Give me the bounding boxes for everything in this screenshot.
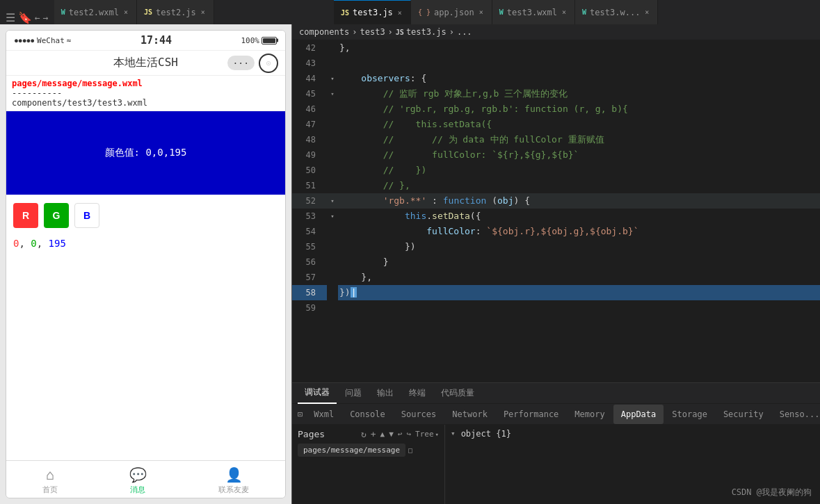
arrow-up-icon[interactable]: ▲ xyxy=(380,430,385,439)
pages-panel: Pages ↻ + ▲ ▼ ↩ ↪ Tree ▾ xyxy=(292,425,445,504)
tree-dropdown-icon[interactable]: ▾ xyxy=(435,431,439,438)
tab-storage[interactable]: Storage xyxy=(664,405,715,424)
tab-terminal[interactable]: 终端 xyxy=(402,383,433,404)
tab-appdata[interactable]: AppData xyxy=(613,405,664,424)
object-value: object {1} xyxy=(461,429,511,439)
nav-contacts[interactable]: 👤 联系友麦 xyxy=(218,466,249,495)
refresh-icon[interactable]: ↻ xyxy=(361,429,367,439)
tab-sources[interactable]: Sources xyxy=(394,405,444,424)
tab-problems[interactable]: 问题 xyxy=(338,383,369,404)
r-button[interactable]: R xyxy=(13,203,38,228)
code-line-54: 54 fullColor: `${obj.r},${obj.g},${obj.b… xyxy=(292,224,820,239)
phone-panel: ●●●●● WeChat ≈ 17:44 100% 本 xyxy=(0,24,292,504)
tab-test3-wxml[interactable]: W test3.wxml × xyxy=(492,0,575,24)
close-tab-icon[interactable]: × xyxy=(643,8,650,17)
pages-label: Pages xyxy=(298,429,325,439)
rgb-values-display: 0, 0, 195 xyxy=(6,236,285,254)
page-path-area: pages/message/message.wxml ---------- co… xyxy=(6,76,285,111)
page-path-red: pages/message/message.wxml xyxy=(12,79,280,88)
phone-title-bar: 本地生活CSH ··· ⊙ xyxy=(6,51,285,76)
close-tab-icon[interactable]: × xyxy=(561,8,568,17)
tab-output[interactable]: 输出 xyxy=(370,383,401,404)
battery-percent: 100% xyxy=(241,36,260,45)
pages-path-item[interactable]: pages/message/message xyxy=(298,444,405,457)
phone-title: 本地生活CSH xyxy=(113,56,178,70)
phone-time: 17:44 xyxy=(140,34,172,47)
js-icon: JS xyxy=(341,9,349,17)
tab-wxml[interactable]: Wxml xyxy=(306,405,341,424)
redo-icon[interactable]: ↪ xyxy=(406,430,411,439)
code-line-51: 51 // }, xyxy=(292,178,820,193)
rgb-buttons-row: R G B xyxy=(6,195,285,236)
code-line-42: 42 }, xyxy=(292,40,820,56)
code-line-48: 48 // // 为 data 中的 fullColor 重新赋值 xyxy=(292,132,820,147)
signal-dots: ●●●●● xyxy=(15,38,35,44)
close-tab-icon[interactable]: × xyxy=(478,8,485,17)
js-icon: JS xyxy=(144,8,152,16)
code-line-59: 59 xyxy=(292,300,820,316)
tab-code-quality[interactable]: 代码质量 xyxy=(434,383,481,404)
menu-icon[interactable]: ☰ xyxy=(6,11,15,24)
phone-frame: ●●●●● WeChat ≈ 17:44 100% 本 xyxy=(6,30,286,498)
tab-performance[interactable]: Performance xyxy=(496,405,566,424)
tab-test3-w-short[interactable]: W test3.w... × xyxy=(575,0,658,24)
forward-icon[interactable]: → xyxy=(43,13,49,23)
tab-network[interactable]: Network xyxy=(444,405,495,424)
tab-test2-wxml[interactable]: W test2.wxml × xyxy=(54,0,137,24)
tab-memory[interactable]: Memory xyxy=(567,405,612,424)
code-line-49: 49 // fullColor: `${r},${g},${b}` xyxy=(292,147,820,163)
bottom-panel: 调试器 问题 输出 终端 代码质量 ⊡ Wxml Console Sources… xyxy=(292,382,820,504)
tab-test2-js[interactable]: JS test2.js × xyxy=(137,0,214,24)
phone-nav-bar: ⌂ 首页 💬 消息 👤 联系友麦 xyxy=(6,460,285,498)
code-line-44: 44 ▾ observers: { xyxy=(292,71,820,86)
back-icon[interactable]: ← xyxy=(35,13,40,23)
tab-security[interactable]: Security xyxy=(716,405,771,424)
nav-home[interactable]: ⌂ 首页 xyxy=(42,466,58,495)
page-separator: ---------- xyxy=(12,88,280,98)
devtools-icon[interactable]: ⊡ xyxy=(295,409,305,419)
tab-console[interactable]: Console xyxy=(342,405,393,424)
tab-test3-js[interactable]: JS test3.js × xyxy=(334,0,411,24)
color-display: 颜色值: 0,0,195 xyxy=(6,111,285,195)
battery-icon xyxy=(262,37,277,44)
wxml-icon: W xyxy=(582,8,586,16)
more-dots-button[interactable]: ··· xyxy=(227,56,255,70)
add-icon[interactable]: + xyxy=(371,429,376,439)
code-line-53: 53 ▾ this.setData({ xyxy=(292,209,820,224)
csdn-watermark: CSDN @我是夜阑的狗 xyxy=(732,487,812,498)
nav-messages[interactable]: 💬 消息 xyxy=(129,466,147,495)
tree-label: Tree xyxy=(415,430,434,439)
bottom-tool-tabs-row: ⊡ Wxml Console Sources Network Performan… xyxy=(292,404,820,425)
bookmark-icon[interactable]: 🔖 xyxy=(18,11,32,24)
pages-expand-icon[interactable]: □ xyxy=(408,446,412,454)
code-line-55: 55 }) xyxy=(292,239,820,254)
page-path-black: components/test3/test3.wxml xyxy=(12,98,280,108)
close-tab-icon[interactable]: × xyxy=(122,8,129,17)
code-line-47: 47 // this.setData({ xyxy=(292,117,820,132)
code-line-57: 57 }, xyxy=(292,270,820,285)
carrier-label: WeChat xyxy=(37,36,65,45)
bottom-debug-tabs: 调试器 问题 输出 终端 代码质量 xyxy=(292,383,820,404)
code-line-46: 46 // 'rgb.r, rgb.g, rgb.b': function (r… xyxy=(292,101,820,117)
camera-button[interactable]: ⊙ xyxy=(259,54,278,73)
close-tab-icon[interactable]: × xyxy=(396,8,403,17)
tab-app-json[interactable]: { } app.json × xyxy=(411,0,492,24)
json-icon: { } xyxy=(418,8,431,16)
phone-status-bar: ●●●●● WeChat ≈ 17:44 100% xyxy=(6,31,285,51)
code-line-56: 56 } xyxy=(292,254,820,270)
undo-icon[interactable]: ↩ xyxy=(398,430,403,439)
code-editor[interactable]: 42 }, 43 44 ▾ observers: { xyxy=(292,40,820,382)
code-line-45: 45 ▾ // 监听 rgb 对象上r,g,b 三个属性的变化 xyxy=(292,86,820,101)
breadcrumb: components › test3 › JS test3.js › ... xyxy=(292,24,820,40)
arrow-down-icon[interactable]: ▼ xyxy=(389,430,394,439)
tab-sensors[interactable]: Senso... xyxy=(772,405,820,424)
object-expand-icon[interactable]: ▾ xyxy=(451,429,456,438)
g-button[interactable]: G xyxy=(44,203,69,228)
tab-debugger[interactable]: 调试器 xyxy=(298,383,337,404)
code-line-50: 50 // }) xyxy=(292,163,820,178)
b-button[interactable]: B xyxy=(74,203,99,228)
file-js-icon: JS xyxy=(396,29,404,36)
wifi-icon: ≈ xyxy=(67,36,72,45)
close-tab-icon[interactable]: × xyxy=(200,8,207,17)
code-line-52: 52 ▾ 'rgb.**' : function (obj) { xyxy=(292,193,820,209)
